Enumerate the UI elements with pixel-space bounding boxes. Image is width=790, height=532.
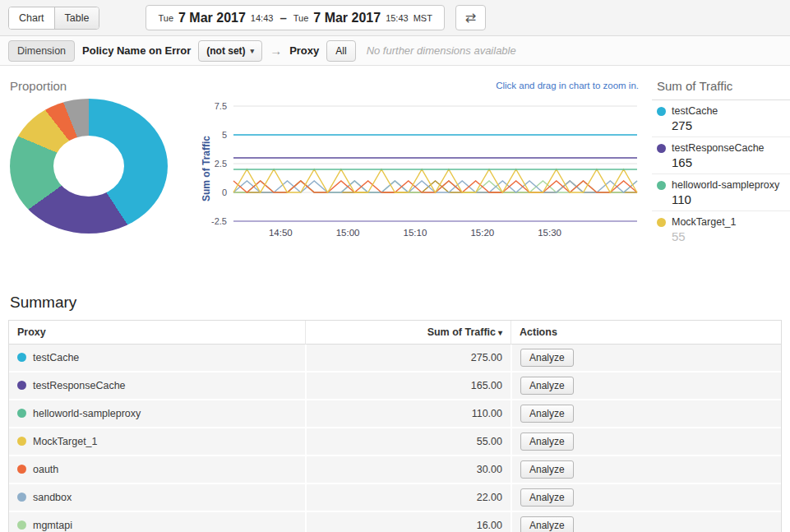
- svg-text:5: 5: [222, 130, 227, 140]
- table-row: testCache275.00Analyze: [9, 345, 781, 372]
- dimension-value-label: (not set): [206, 45, 245, 57]
- proportion-donut-chart[interactable]: [10, 99, 168, 234]
- table-row: testResponseCache165.00Analyze: [9, 372, 781, 400]
- date-range-picker[interactable]: Tue 7 Mar 2017 14:43 – Tue 7 Mar 2017 15…: [146, 5, 444, 30]
- table-row: sandbox22.00Analyze: [9, 484, 781, 512]
- legend-value: 165: [672, 154, 790, 169]
- proxy-color-dot: [17, 520, 26, 530]
- start-date: 7 Mar 2017: [178, 11, 246, 25]
- legend-label: testCache: [672, 105, 718, 117]
- proxy-dimension-label: Proxy: [289, 44, 319, 57]
- refresh-button[interactable]: ⇄: [455, 5, 486, 30]
- proxy-name: MockTarget_1: [33, 436, 98, 447]
- table-row: MockTarget_155.00Analyze: [9, 428, 781, 456]
- legend-label: helloworld-sampleproxy: [672, 179, 779, 191]
- table-row: mgmtapi16.00Analyze: [9, 512, 781, 532]
- traffic-value-cell: 165.00: [305, 372, 510, 400]
- proxy-color-dot: [17, 465, 26, 474]
- legend-value: 110: [672, 191, 790, 206]
- legend-value: 55: [672, 228, 790, 243]
- proxy-name: testResponseCache: [33, 380, 126, 391]
- table-row: oauth30.00Analyze: [9, 456, 781, 484]
- column-header-sum-of-traffic[interactable]: Sum of Traffic▾: [305, 321, 510, 345]
- analyze-button[interactable]: Analyze: [520, 405, 574, 423]
- analyze-button[interactable]: Analyze: [520, 488, 574, 507]
- traffic-value-cell: 55.00: [305, 428, 510, 456]
- proxy-color-dot: [17, 409, 26, 418]
- analyze-button[interactable]: Analyze: [520, 516, 574, 532]
- table-row: helloworld-sampleproxy110.00Analyze: [9, 400, 781, 428]
- svg-text:15:20: 15:20: [470, 228, 494, 238]
- proxy-cell: MockTarget_1: [9, 428, 305, 456]
- refresh-icon: ⇄: [465, 10, 476, 25]
- summary-table: Proxy Sum of Traffic▾ Actions testCache2…: [8, 320, 782, 532]
- summary-table-body: testCache275.00AnalyzetestResponseCache1…: [9, 345, 781, 532]
- actions-cell: Analyze: [510, 345, 781, 372]
- view-toggle: Chart Table: [8, 7, 99, 30]
- traffic-line-chart[interactable]: 7.552.50-2.514:5015:0015:1015:2015:30: [196, 87, 644, 247]
- traffic-value-cell: 16.00: [305, 512, 510, 532]
- analyze-button[interactable]: Analyze: [520, 377, 574, 395]
- traffic-value-cell: 22.00: [305, 484, 510, 512]
- actions-cell: Analyze: [510, 400, 781, 428]
- svg-text:-2.5: -2.5: [211, 216, 227, 226]
- flow-arrow-icon: →: [270, 44, 282, 58]
- proxy-cell: oauth: [9, 456, 305, 484]
- analyze-button[interactable]: Analyze: [520, 349, 574, 367]
- date-range-separator: –: [280, 11, 286, 25]
- legend-item[interactable]: MockTarget_155: [652, 211, 790, 247]
- end-time: 15:43: [386, 13, 409, 23]
- legend-entry: testResponseCache: [657, 142, 790, 154]
- legend-color-dot: [657, 107, 666, 116]
- proxy-name: testCache: [33, 352, 79, 363]
- end-day: Tue: [293, 13, 309, 23]
- column-header-actions: Actions: [510, 321, 781, 345]
- legend-item[interactable]: testCache275: [652, 100, 790, 137]
- timezone-label: MST: [413, 13, 432, 23]
- proxy-color-dot: [17, 437, 26, 446]
- actions-cell: Analyze: [510, 456, 781, 484]
- dimension-value-dropdown[interactable]: (not set) ▾: [198, 40, 262, 62]
- dimension-chip: Dimension: [8, 40, 75, 62]
- legend-color-dot: [657, 144, 666, 153]
- svg-text:0: 0: [222, 187, 227, 197]
- table-tab[interactable]: Table: [54, 7, 99, 29]
- proxy-color-dot: [17, 493, 26, 502]
- analyze-button[interactable]: Analyze: [520, 460, 574, 479]
- proxy-name: oauth: [33, 464, 58, 475]
- proxy-filter-button[interactable]: All: [326, 40, 355, 62]
- legend-entry: helloworld-sampleproxy: [657, 179, 790, 191]
- donut-hole: [53, 136, 124, 197]
- proxy-color-dot: [17, 381, 26, 390]
- actions-cell: Analyze: [510, 428, 781, 456]
- svg-text:14:50: 14:50: [269, 228, 293, 238]
- column-header-proxy[interactable]: Proxy: [9, 321, 305, 345]
- sort-caret-icon: ▾: [498, 328, 502, 337]
- legend-entry: testCache: [657, 105, 790, 117]
- analyze-button[interactable]: Analyze: [520, 433, 574, 451]
- actions-cell: Analyze: [510, 372, 781, 400]
- svg-text:7.5: 7.5: [215, 101, 227, 111]
- chart-section: Proportion Click and drag in chart to zo…: [0, 66, 790, 282]
- table-header-row: Proxy Sum of Traffic▾ Actions: [9, 321, 781, 345]
- proxy-cell: helloworld-sampleproxy: [9, 400, 305, 428]
- legend-item[interactable]: helloworld-sampleproxy110: [652, 174, 790, 211]
- proxy-name: helloworld-sampleproxy: [33, 408, 141, 419]
- chart-tab[interactable]: Chart: [9, 7, 54, 29]
- proxy-color-dot: [17, 353, 26, 362]
- proportion-title: Proportion: [10, 79, 67, 93]
- legend-item[interactable]: testResponseCache165: [652, 137, 790, 174]
- top-toolbar: Chart Table Tue 7 Mar 2017 14:43 – Tue 7…: [0, 0, 790, 36]
- svg-text:15:00: 15:00: [336, 228, 360, 238]
- dimension-name-label: Policy Name on Error: [82, 44, 191, 57]
- no-dimensions-note: No further dimensions available: [367, 44, 516, 57]
- end-date: 7 Mar 2017: [313, 11, 381, 25]
- actions-cell: Analyze: [510, 512, 781, 532]
- traffic-value-cell: 30.00: [305, 456, 510, 484]
- proxy-cell: testResponseCache: [9, 372, 305, 400]
- legend-title: Sum of Traffic: [652, 77, 790, 100]
- svg-text:15:10: 15:10: [404, 228, 427, 238]
- traffic-value-cell: 275.00: [305, 345, 510, 372]
- svg-text:2.5: 2.5: [215, 159, 227, 169]
- legend-color-dot: [657, 181, 666, 190]
